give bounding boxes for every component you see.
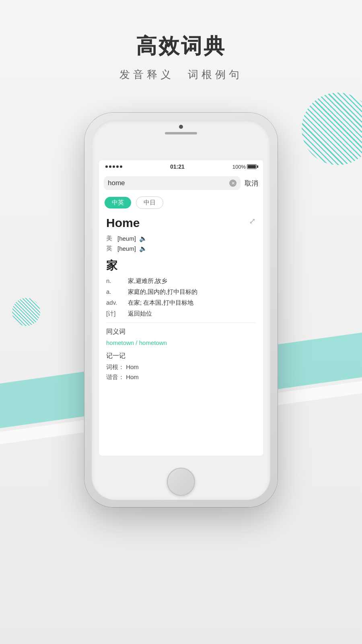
memory-section-title: 记一记 xyxy=(106,352,256,360)
pron-us-row: 美 [heum] 🔈 xyxy=(106,235,256,242)
tab-bar: 中英 中日 xyxy=(99,193,263,212)
synonyms-section-title: 同义词 xyxy=(106,328,256,336)
home-button[interactable] xyxy=(167,468,195,496)
header: 高效词典 发音释义 词根例句 xyxy=(0,32,362,82)
status-battery: 100% xyxy=(232,164,257,170)
status-time: 01:21 xyxy=(170,163,185,170)
chinese-word: 家 xyxy=(106,258,256,273)
sound-value: Hom xyxy=(126,374,139,380)
dictionary-content: Home ⤢ 美 [heum] 🔈 英 [heum] 🔈 xyxy=(99,212,263,456)
root-label: 词根： xyxy=(106,363,124,370)
background: 高效词典 发音释义 词根例句 xyxy=(0,0,362,644)
phone-screen: 01:21 100% home ✕ xyxy=(99,160,263,456)
battery-icon xyxy=(247,164,257,169)
app-title: 高效词典 xyxy=(0,32,362,60)
phone-speaker xyxy=(165,132,197,134)
def-adj: 家庭的,国内的,打中目标的 xyxy=(128,288,256,296)
pron-uk-text: [heum] xyxy=(117,245,136,252)
tab-zh-jp[interactable]: 中日 xyxy=(136,196,163,209)
definition-row-1: a. 家庭的,国内的,打中目标的 xyxy=(106,288,256,296)
synonym-links[interactable]: hometown / hometown xyxy=(106,339,256,346)
signal-dot-3 xyxy=(113,165,115,168)
def-adv: 在家; 在本国,打中目标地 xyxy=(128,299,256,307)
search-input-container[interactable]: home ✕ xyxy=(104,176,241,190)
search-input-value[interactable]: home xyxy=(108,179,227,187)
phone-mockup: 01:21 100% home ✕ xyxy=(84,113,278,507)
pron-us-text: [heum] xyxy=(117,235,136,242)
battery-percent: 100% xyxy=(232,164,246,170)
pos-adv: adv. xyxy=(106,299,121,307)
sound-label: 谐音： xyxy=(106,374,124,380)
word-header: Home ⤢ xyxy=(106,216,256,230)
pos-comp: [计] xyxy=(106,310,121,318)
memory-section: 词根： Hom 谐音： Hom xyxy=(106,363,256,381)
pron-us-label: 美 xyxy=(106,235,114,242)
root-value: Hom xyxy=(126,363,139,370)
battery-fill xyxy=(248,165,256,168)
search-bar: home ✕ 取消 xyxy=(99,173,263,193)
search-cancel-button[interactable]: 取消 xyxy=(245,179,258,188)
signal-dot-2 xyxy=(109,165,111,168)
signal-dot-5 xyxy=(120,165,122,168)
pron-uk-label: 英 xyxy=(106,245,114,252)
decorative-circle-top-right xyxy=(302,93,362,165)
status-bar: 01:21 100% xyxy=(99,160,263,173)
phone-inner: 01:21 100% home ✕ xyxy=(92,120,270,500)
phone-camera xyxy=(179,125,183,129)
speaker-uk-icon[interactable]: 🔈 xyxy=(139,245,147,252)
pos-noun: n. xyxy=(106,277,121,285)
speaker-us-icon[interactable]: 🔈 xyxy=(139,235,147,242)
definition-row-0: n. 家,避难所,故乡 xyxy=(106,277,256,285)
phone-body: 01:21 100% home ✕ xyxy=(84,113,278,507)
signal-dot-4 xyxy=(116,165,119,168)
signal-dot-1 xyxy=(105,165,108,168)
def-noun: 家,避难所,故乡 xyxy=(128,277,256,285)
pron-uk-row: 英 [heum] 🔈 xyxy=(106,245,256,252)
sound-row: 谐音： Hom xyxy=(106,374,256,381)
tab-zh-en[interactable]: 中英 xyxy=(105,197,131,208)
word-title: Home xyxy=(106,216,140,230)
pos-adj: a. xyxy=(106,288,121,296)
definition-row-3: [计] 返回始位 xyxy=(106,310,256,318)
def-comp: 返回始位 xyxy=(128,310,256,318)
signal-indicator xyxy=(105,165,122,168)
root-row: 词根： Hom xyxy=(106,363,256,371)
divider-1 xyxy=(106,322,256,323)
app-subtitle: 发音释义 词根例句 xyxy=(0,68,362,82)
search-clear-button[interactable]: ✕ xyxy=(229,180,237,187)
share-icon[interactable]: ⤢ xyxy=(249,216,256,226)
decorative-circle-bottom-left xyxy=(12,298,40,326)
definition-row-2: adv. 在家; 在本国,打中目标地 xyxy=(106,299,256,307)
